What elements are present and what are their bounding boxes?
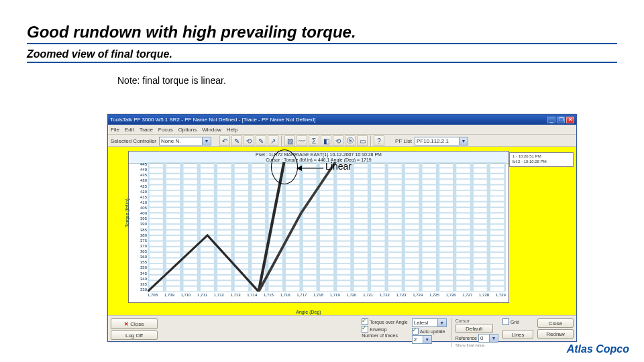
toolbar-icon-7[interactable]: 〰 — [297, 135, 307, 146]
plot-pset-line: Pset : 1LR72 MARRIAGE EAST(1) 10-12-2007… — [129, 152, 508, 158]
menu-window[interactable]: Window — [202, 127, 221, 133]
close-button-label: Close — [130, 321, 144, 327]
toolbar-divider — [281, 135, 282, 146]
menu-trace[interactable]: Trace — [140, 127, 153, 133]
dropdown-arrow-icon: ▼ — [423, 336, 431, 343]
y-tick: 340 — [129, 277, 147, 281]
plot-svg — [148, 162, 506, 292]
window-minimize-button[interactable]: _ — [547, 117, 555, 123]
menu-help[interactable]: Help — [227, 127, 237, 133]
toolbar-icon-3[interactable]: ⟲ — [244, 135, 254, 146]
x-axis-label: Angle (Deg) — [108, 310, 509, 314]
panel-close-button[interactable]: ✕Close — [111, 318, 158, 329]
y-tick: 345 — [129, 272, 147, 276]
auto-update-option[interactable]: Auto update — [412, 328, 447, 335]
window-close-button[interactable]: ✕ — [566, 117, 574, 123]
x-tick: 1,720 — [346, 293, 356, 301]
envelop-option[interactable]: Envelop — [362, 326, 407, 333]
menu-focus[interactable]: Focus — [158, 127, 173, 133]
dropdown-arrow-icon: ▼ — [489, 335, 498, 342]
menu-edit[interactable]: Edit — [125, 127, 134, 133]
y-tick: 430 — [129, 178, 147, 182]
toolbar-icon-4[interactable]: ✎ — [256, 135, 266, 146]
show-final-value-label: Show final value — [455, 343, 498, 347]
slide-title: Good rundown with high prevailing torque… — [27, 23, 617, 44]
x-tick: 1,717 — [297, 293, 307, 301]
y-tick: 370 — [129, 244, 147, 248]
plot-area[interactable]: Pset : 1LR72 MARRIAGE EAST(1) 10-12-2007… — [128, 151, 509, 303]
toolbar-icon-10[interactable]: ⟲ — [333, 135, 343, 146]
dropdown-arrow-icon: ▼ — [437, 319, 446, 326]
pf-list-value: PF10.112.2.1 — [417, 138, 449, 144]
redraw-button[interactable]: Redraw — [537, 329, 574, 339]
lines-button[interactable]: Lines — [502, 330, 533, 339]
x-tick: 1,729 — [496, 293, 506, 301]
legend-item: 1 - 10:26:51 PM — [513, 154, 570, 160]
dropdown-arrow-icon: ▼ — [202, 137, 211, 145]
bottom-panel: ✕Close Log Off Torque over Angle Envelop… — [108, 316, 576, 341]
toolbar-icon-5[interactable]: ↗ — [268, 135, 278, 146]
toolbar-icon-11[interactable]: Ⓢ — [345, 135, 356, 146]
x-axis-ticks: 1,708 1,709 1,710 1,711 1,712 1,713 1,71… — [148, 293, 506, 301]
selected-controller-value: None N. — [161, 138, 180, 144]
y-tick: 405 — [129, 206, 147, 210]
menu-options[interactable]: Options — [178, 127, 197, 133]
num-traces-option: Number of traces — [362, 333, 407, 338]
x-tick: 1,728 — [479, 293, 489, 301]
x-tick: 1,710 — [180, 293, 191, 301]
y-tick: 350 — [129, 265, 147, 269]
toolbar-icon-1[interactable]: ↶ — [219, 135, 230, 146]
selected-controller-label: Selected Controller — [111, 138, 156, 144]
toolbar-icon-8[interactable]: Σ — [309, 135, 319, 146]
callout-label: Linear — [325, 161, 352, 172]
y-tick: 355 — [129, 260, 147, 264]
legend: 1 - 10:26:51 PM lbf.2 - 10:10:28 PM — [509, 152, 574, 167]
torque-over-angle-option[interactable]: Torque over Angle — [362, 318, 407, 325]
checkbox-icon — [362, 326, 368, 333]
logoff-button[interactable]: Log Off — [111, 330, 158, 340]
y-tick: 335 — [129, 282, 147, 286]
x-tick: 1,714 — [247, 293, 257, 301]
y-tick: 375 — [129, 239, 147, 243]
y-tick: 360 — [129, 255, 147, 259]
x-tick: 1,724 — [413, 293, 423, 301]
toolbar-icon-9[interactable]: ◧ — [321, 135, 331, 146]
checkbox-icon — [502, 318, 509, 325]
y-tick: 380 — [129, 233, 147, 237]
dialog-close-button[interactable]: Close — [537, 318, 574, 328]
option-label: Grid — [511, 320, 519, 324]
reference-label: Reference — [455, 336, 477, 341]
y-axis-ticks: 445 440 435 430 425 420 415 410 405 400 … — [129, 162, 147, 292]
x-tick: 1,718 — [313, 293, 323, 301]
toolbar-icon-6[interactable]: ▨ — [284, 135, 295, 146]
window-maximize-button[interactable]: ❐ — [557, 117, 565, 123]
x-tick: 1,712 — [214, 293, 224, 301]
x-tick: 1,711 — [197, 293, 207, 301]
default-button[interactable]: Default — [455, 324, 493, 333]
x-tick: 1,727 — [462, 293, 472, 301]
cursor-group-label: Cursor — [455, 318, 498, 323]
y-tick: 365 — [129, 249, 147, 253]
toolbar-icon-12[interactable]: ▭ — [357, 135, 368, 146]
menu-file[interactable]: File — [111, 127, 119, 133]
option-label: Number of traces — [362, 333, 398, 338]
y-axis-label: Torque (lbf.in) — [125, 198, 129, 227]
pf-list-combo[interactable]: PF10.112.2.1 ▼ — [415, 137, 468, 145]
selected-controller-combo[interactable]: None N. ▼ — [159, 137, 211, 145]
help-icon[interactable]: ? — [374, 135, 384, 146]
combo-value: Latest — [414, 320, 429, 326]
reference-field: Reference 0▼ — [455, 334, 498, 343]
x-tick: 1,721 — [363, 293, 373, 301]
pf-list-label: PF List — [395, 138, 412, 144]
y-tick: 385 — [129, 228, 147, 232]
reference-combo[interactable]: 0▼ — [478, 334, 498, 343]
option-label: Torque over Angle — [370, 320, 407, 324]
combo-value: 0 — [480, 335, 483, 341]
grid-option[interactable]: Grid — [502, 318, 533, 325]
plot-body — [148, 162, 506, 292]
num-traces-combo[interactable]: 2▼ — [412, 335, 432, 344]
x-tick: 1,723 — [396, 293, 407, 301]
x-tick: 1,722 — [380, 293, 390, 301]
toolbar-icon-2[interactable]: ✎ — [231, 135, 242, 146]
slide-subtitle: Zoomed view of final torque. — [27, 48, 617, 63]
